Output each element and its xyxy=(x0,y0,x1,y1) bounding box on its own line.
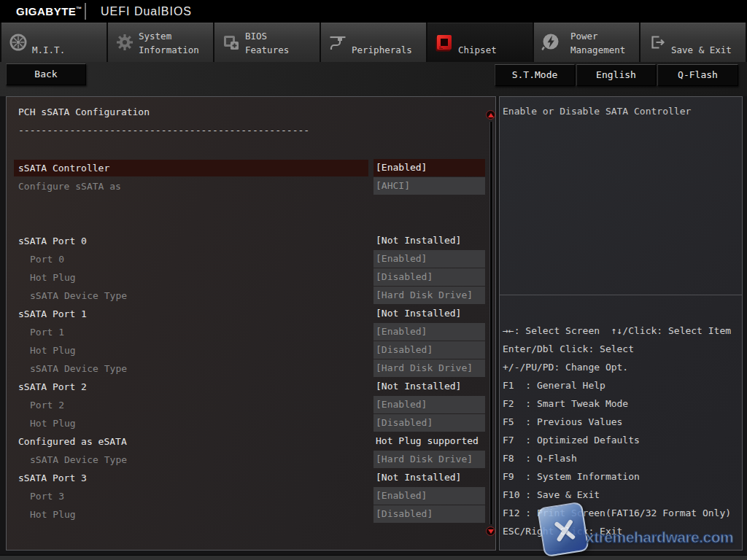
setting-value[interactable]: [Disabled] xyxy=(374,268,485,286)
tab-label xyxy=(458,29,497,43)
setting-value[interactable]: [Hard Disk Drive] xyxy=(374,451,485,468)
setting-label[interactable]: sSATA Port 0 xyxy=(14,233,368,249)
tab-bios-features[interactable]: BIOSFeatures xyxy=(214,23,320,62)
hotkey-line: Enter/Dbl Click: Select xyxy=(503,340,742,358)
setting-row[interactable]: Hot Plug[Disabled] xyxy=(7,505,497,524)
tab-save-exit[interactable]: Save & Exit xyxy=(640,23,746,62)
scrollbar-track[interactable] xyxy=(489,122,493,524)
setting-label[interactable]: sSATA Port 2 xyxy=(14,378,368,395)
setting-value[interactable]: [Enabled] xyxy=(374,323,485,341)
setting-value[interactable]: [Enabled] xyxy=(374,159,485,176)
tab-bar: M.I.T. SystemInformation BIOSFeatures xyxy=(0,23,747,62)
tab-label: System xyxy=(139,29,199,43)
setting-row[interactable]: sSATA Port 1[Not Installed] xyxy=(7,305,497,323)
setting-label[interactable]: Port 2 xyxy=(14,397,368,413)
lightning-icon xyxy=(541,33,560,52)
topbar-divider xyxy=(85,3,86,20)
tab-label: Information xyxy=(139,43,199,57)
setting-row[interactable]: sSATA Port 3[Not Installed] xyxy=(7,469,497,487)
st-mode-button[interactable]: S.T.Mode xyxy=(495,64,575,86)
hotkey-line: +/-/PU/PD: Change Opt. xyxy=(503,358,742,376)
hotkey-line: F2 : Smart Tweak Mode xyxy=(503,394,742,413)
setting-label[interactable]: sSATA Device Type xyxy=(14,360,368,377)
tab-peripherals[interactable]: Peripherals xyxy=(321,23,426,62)
setting-label[interactable]: sSATA Port 3 xyxy=(14,470,368,486)
setting-row[interactable]: sSATA Port 0[Not Installed] xyxy=(7,232,497,250)
setting-value[interactable]: [Enabled] xyxy=(374,487,485,505)
tab-label xyxy=(671,29,732,43)
setting-row[interactable]: Configure sSATA as[AHCI] xyxy=(7,177,497,195)
peripherals-icon xyxy=(328,33,347,52)
setting-label[interactable]: sSATA Controller xyxy=(14,160,368,176)
hotkey-line: F10 : Save & Exit xyxy=(503,486,742,504)
setting-label[interactable]: Hot Plug xyxy=(14,415,368,432)
setting-value[interactable]: [Disabled] xyxy=(374,414,485,432)
tab-chipset[interactable]: Chipset xyxy=(427,23,533,62)
setting-value: [Not Installed] xyxy=(374,232,485,249)
tab-label: BIOS xyxy=(245,29,289,43)
q-flash-button[interactable]: Q-Flash xyxy=(657,64,738,86)
hotkey-line: F9 : System Information xyxy=(503,467,742,486)
help-panel-divider xyxy=(500,295,742,295)
setting-label[interactable]: Hot Plug xyxy=(14,506,368,523)
hotkey-list: →←: Select Screen ↑↓/Click: Select ItemE… xyxy=(503,322,742,540)
settings-panel: PCH sSATA Configuration ----------------… xyxy=(6,96,496,551)
setting-label[interactable]: sSATA Device Type xyxy=(14,287,368,304)
tab-label: Power xyxy=(570,29,625,43)
setting-row[interactable]: sSATA Device Type[Hard Disk Drive] xyxy=(7,451,497,469)
setting-row[interactable]: Hot Plug[Disabled] xyxy=(7,341,497,359)
setting-value[interactable]: [Disabled] xyxy=(374,341,485,359)
hotkey-line: F5 : Previous Values xyxy=(503,413,742,431)
setting-row[interactable]: sSATA Controller[Enabled] xyxy=(7,159,497,177)
hotkey-line: ESC/Right Click: Exit xyxy=(503,522,742,540)
setting-value: Hot Plug supported xyxy=(374,432,485,450)
page-title: PCH sSATA Configuration xyxy=(18,106,150,117)
setting-row[interactable]: Port 2[Enabled] xyxy=(7,396,497,414)
setting-row xyxy=(7,214,497,232)
setting-row[interactable]: Port 1[Enabled] xyxy=(7,323,497,341)
scroll-up-arrow[interactable] xyxy=(486,110,495,120)
hotkey-line: F7 : Optimized Defaults xyxy=(503,431,742,449)
setting-label[interactable]: Configure sSATA as xyxy=(14,178,368,195)
setting-row[interactable]: Hot Plug[Disabled] xyxy=(7,414,497,432)
setting-value[interactable]: [Hard Disk Drive] xyxy=(374,359,485,377)
setting-row[interactable]: sSATA Device Type[Hard Disk Drive] xyxy=(7,359,497,378)
setting-value[interactable]: [Enabled] xyxy=(374,250,485,268)
setting-value[interactable]: [AHCI] xyxy=(374,177,485,195)
setting-label[interactable]: Port 0 xyxy=(14,251,368,268)
setting-row[interactable]: Configured as eSATAHot Plug supported xyxy=(7,432,497,451)
setting-value[interactable]: [Disabled] xyxy=(374,505,485,523)
footer-strip xyxy=(0,555,747,560)
language-button[interactable]: English xyxy=(576,64,656,86)
tab-power-management[interactable]: PowerManagement xyxy=(534,23,639,62)
exit-icon xyxy=(648,33,667,52)
tab-label xyxy=(352,29,412,43)
scroll-down-arrow[interactable] xyxy=(486,526,495,536)
setting-label[interactable]: Configured as eSATA xyxy=(14,433,368,450)
setting-label[interactable]: Port 1 xyxy=(14,324,368,341)
setting-label[interactable]: sSATA Port 1 xyxy=(14,306,368,322)
setting-value[interactable]: [Enabled] xyxy=(374,396,485,413)
setting-label[interactable]: Hot Plug xyxy=(14,342,368,359)
setting-value: [Not Installed] xyxy=(374,305,485,322)
setting-label[interactable]: sSATA Device Type xyxy=(14,451,368,468)
tab-mit[interactable]: M.I.T. xyxy=(1,23,107,62)
setting-row[interactable]: Port 0[Enabled] xyxy=(7,250,497,268)
setting-label[interactable]: Port 3 xyxy=(14,488,368,505)
back-button[interactable]: Back xyxy=(6,63,86,85)
uefi-title: UEFI DualBIOS xyxy=(101,5,192,18)
chip-plus-icon xyxy=(222,33,241,52)
setting-label[interactable]: Hot Plug xyxy=(14,269,368,286)
setting-row[interactable]: sSATA Device Type[Hard Disk Drive] xyxy=(7,287,497,305)
setting-value: [Not Installed] xyxy=(374,378,485,395)
setting-value[interactable]: [Hard Disk Drive] xyxy=(374,287,485,304)
setting-row[interactable]: Port 3[Enabled] xyxy=(7,487,497,505)
setting-row xyxy=(7,195,497,214)
fan-icon xyxy=(9,33,28,52)
tab-label: Management xyxy=(570,43,625,57)
setting-row[interactable]: sSATA Port 2[Not Installed] xyxy=(7,378,497,396)
setting-value: [Not Installed] xyxy=(374,469,485,486)
trademark: ™ xyxy=(76,6,82,12)
setting-row[interactable]: Hot Plug[Disabled] xyxy=(7,268,497,287)
tab-system-information[interactable]: SystemInformation xyxy=(108,23,213,62)
